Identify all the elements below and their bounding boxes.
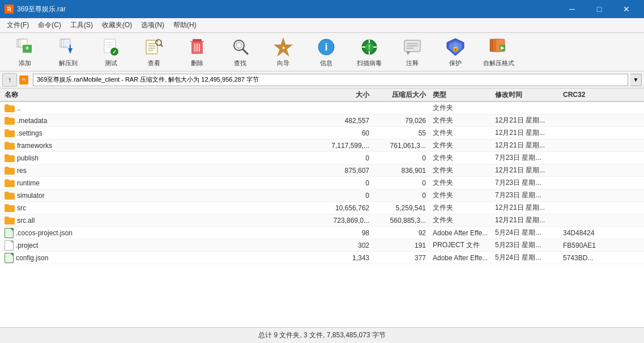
col-header-name[interactable]: 名称: [0, 90, 317, 100]
folder-icon: [5, 129, 15, 137]
cell-type: PROJECT 文件: [430, 240, 493, 250]
svg-rect-23: [193, 39, 202, 41]
table-row[interactable]: runtime 0 0 文件夹 7月23日 星期...: [0, 177, 644, 189]
toolbar-view-button[interactable]: 查看: [134, 35, 174, 69]
col-header-size[interactable]: 大小: [317, 90, 374, 100]
col-header-crc[interactable]: CRC32: [561, 91, 617, 99]
cell-mtime: 12月21日 星期...: [493, 203, 561, 213]
table-row[interactable]: src.all 723,869,0... 560,885,3... 文件夹 12…: [0, 214, 644, 227]
cell-type: 文件夹: [430, 153, 493, 163]
toolbar-scan-button[interactable]: ! 扫描病毒: [349, 35, 390, 69]
col-header-mtime[interactable]: 修改时间: [493, 90, 561, 100]
col-header-csize[interactable]: 压缩后大小: [374, 90, 430, 100]
table-row[interactable]: frameworks 7,117,599,... 761,061,3... 文件…: [0, 139, 644, 152]
cell-type: 文件夹: [430, 203, 493, 213]
cell-name: runtime: [0, 179, 317, 187]
cell-size: 302: [317, 242, 374, 249]
filename: runtime: [17, 179, 40, 187]
filename: frameworks: [17, 142, 52, 150]
cell-csize: 5,259,541: [374, 204, 430, 212]
title-bar-left: R 369至尊娱乐.rar: [5, 5, 66, 14]
cell-mtime: 5月24日 星期...: [493, 253, 561, 262]
cell-name: src.all: [0, 217, 317, 225]
cell-type: 文件夹: [430, 116, 493, 125]
table-row[interactable]: .metadata 482,557 79,026 文件夹 12月21日 星期..…: [0, 115, 644, 127]
filename: src.all: [17, 217, 35, 225]
cell-csize: 0: [374, 192, 430, 200]
toolbar-comment-button[interactable]: 注释: [392, 35, 433, 69]
cell-csize: 92: [374, 229, 430, 237]
toolbar-delete-button[interactable]: 删除: [177, 35, 217, 69]
cell-type: Adobe After Effe...: [430, 229, 493, 237]
toolbar-test-button[interactable]: ✓ 测试: [91, 35, 131, 69]
toolbar-wizard-button[interactable]: ★ 向导: [263, 35, 304, 69]
find-button-label: 查找: [234, 59, 246, 67]
comment-icon: [402, 37, 423, 57]
svg-text:i: i: [325, 41, 327, 53]
cell-name: src: [0, 204, 317, 212]
extract-button-label: 解压到: [59, 59, 78, 67]
table-row[interactable]: .cocos-project.json 98 92 Adobe After Ef…: [0, 227, 644, 239]
table-row[interactable]: simulator 0 0 文件夹 7月23日 星期...: [0, 189, 644, 202]
menu-favorites[interactable]: 收藏夹(O): [97, 19, 137, 32]
comment-button-label: 注释: [406, 59, 419, 67]
cell-crc: 5743BD...: [561, 254, 617, 262]
menu-file[interactable]: 文件(F): [2, 19, 33, 32]
table-row[interactable]: config.json 1,343 377 Adobe After Effe..…: [0, 252, 644, 264]
table-row[interactable]: src 10,656,762 5,259,541 文件夹 12月21日 星期..…: [0, 202, 644, 214]
table-row[interactable]: .. 文件夹: [0, 102, 644, 115]
app-icon: R: [5, 5, 14, 14]
navigate-up-button[interactable]: ↑: [2, 73, 17, 87]
cell-name: simulator: [0, 192, 317, 200]
table-row[interactable]: res 875,607 836,901 文件夹 12月21日 星期...: [0, 164, 644, 177]
address-dropdown-button[interactable]: ▼: [630, 74, 642, 86]
cell-size: 10,656,762: [317, 204, 374, 212]
extract-icon: [58, 37, 78, 57]
toolbar-protect-button[interactable]: 🔒 保护: [435, 35, 476, 69]
json-file-icon: [5, 253, 14, 263]
cell-name: .metadata: [0, 117, 317, 125]
svg-marker-44: [407, 52, 410, 55]
filename: .cocos-project.json: [16, 229, 72, 237]
cell-mtime: 12月21日 星期...: [493, 141, 561, 150]
json-file-icon: [5, 228, 14, 238]
cell-size: 60: [317, 129, 374, 137]
menu-options[interactable]: 选项(N): [137, 19, 169, 32]
cell-csize: 0: [374, 179, 430, 187]
menu-help[interactable]: 帮助(H): [169, 19, 201, 32]
folder-icon: [5, 142, 15, 150]
toolbar: + 添加 解压到 ✓: [0, 33, 644, 71]
table-row[interactable]: publish 0 0 文件夹 7月23日 星期...: [0, 152, 644, 164]
maximize-button[interactable]: □: [586, 0, 612, 18]
svg-line-30: [243, 49, 248, 54]
menu-command[interactable]: 命令(C): [33, 19, 66, 32]
cell-mtime: 12月21日 星期...: [493, 215, 561, 225]
toolbar-find-button[interactable]: 查找: [220, 35, 261, 69]
toolbar-info-button[interactable]: i 信息: [306, 35, 347, 69]
cell-size: 1,343: [317, 254, 374, 262]
cell-size: 723,869,0...: [317, 217, 374, 225]
toolbar-add-button[interactable]: + 添加: [5, 35, 45, 69]
table-row[interactable]: .settings 60 55 文件夹 12月21日 星期...: [0, 127, 644, 139]
folder-icon: [5, 192, 15, 200]
cell-mtime: 7月23日 星期...: [493, 153, 561, 163]
toolbar-sfx-button[interactable]: ▶ 自解压格式: [478, 35, 519, 69]
cell-size: 0: [317, 192, 374, 200]
cell-mtime: 5月24日 星期...: [493, 228, 561, 238]
toolbar-extract-button[interactable]: 解压到: [48, 35, 88, 69]
close-button[interactable]: ✕: [613, 0, 639, 18]
address-field[interactable]: 369至尊娱乐.rar\Mobile_client - RAR 压缩文件, 解包…: [33, 74, 628, 86]
minimize-button[interactable]: ─: [559, 0, 585, 18]
test-button-label: 测试: [105, 59, 117, 67]
menu-tools[interactable]: 工具(S): [66, 19, 97, 32]
column-header: 名称 大小 压缩后大小 类型 修改时间 CRC32: [0, 88, 644, 102]
table-row[interactable]: .project 302 191 PROJECT 文件 5月23日 星期... …: [0, 239, 644, 252]
cell-size: 875,607: [317, 167, 374, 175]
protect-button-label: 保护: [449, 59, 462, 67]
svg-point-31: [236, 43, 242, 48]
cell-csize: 79,026: [374, 117, 430, 125]
col-header-type[interactable]: 类型: [430, 90, 493, 100]
file-list-area[interactable]: 名称 大小 压缩后大小 类型 修改时间 CRC32 .. 文件夹 .metada…: [0, 88, 644, 327]
cell-size: 0: [317, 179, 374, 187]
wizard-icon: ★: [273, 37, 293, 57]
